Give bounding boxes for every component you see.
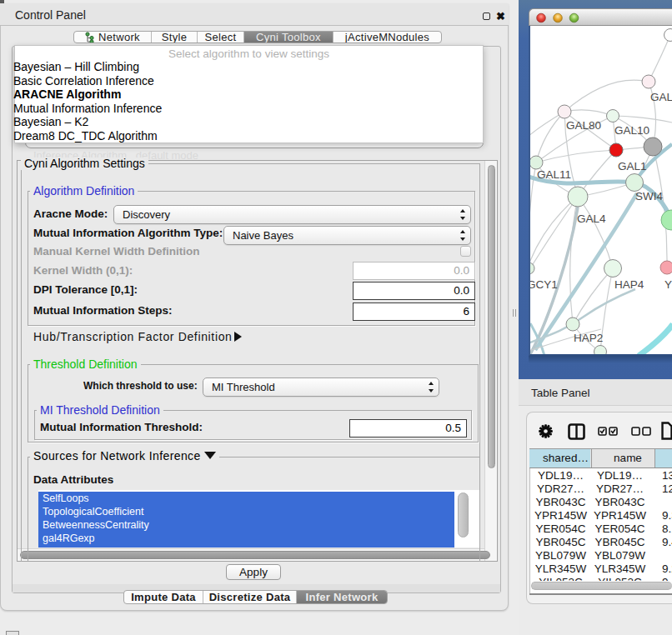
svg-text:GAL10: GAL10 (614, 124, 649, 137)
svg-text:GAL80: GAL80 (566, 119, 601, 132)
svg-text:GCY1: GCY1 (530, 278, 558, 291)
svg-text:HAP2: HAP2 (574, 332, 603, 344)
svg-text:Y: Y (664, 278, 672, 291)
svg-text:SWI4: SWI4 (635, 190, 663, 202)
svg-text:GAL7: GAL7 (650, 91, 672, 103)
svg-text:GAL4: GAL4 (577, 212, 606, 225)
svg-text:GAL1: GAL1 (618, 160, 647, 172)
svg-text:HAP4: HAP4 (614, 278, 644, 291)
svg-text:GAL11: GAL11 (537, 168, 571, 181)
